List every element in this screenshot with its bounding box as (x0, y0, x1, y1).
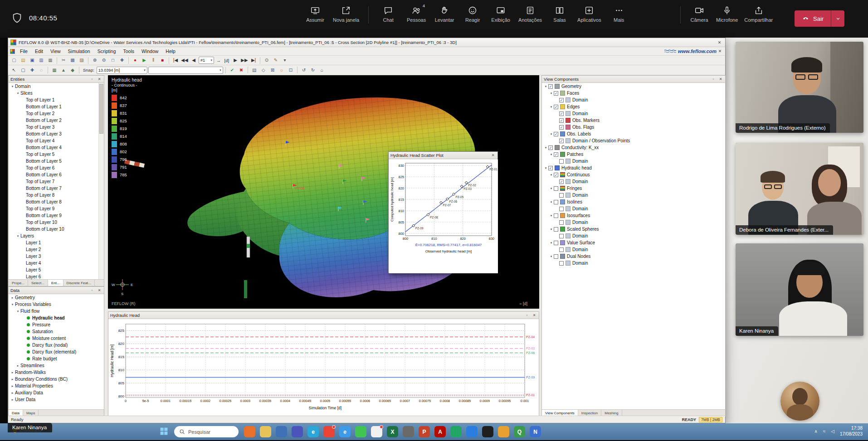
tree-item-top-of-layer-1[interactable]: Top of Layer 1 (9, 97, 104, 103)
close-icon[interactable]: ✕ (532, 313, 537, 317)
menu-view[interactable]: View (47, 48, 64, 55)
tree-item-fluid-flow[interactable]: ▾Fluid flow (9, 308, 104, 315)
time-settings-icon[interactable]: ⊙ (263, 57, 271, 64)
expander-icon[interactable]: ▾ (543, 146, 548, 150)
tree-item-bottom-of-layer-4[interactable]: Bottom of Layer 4 (9, 144, 104, 151)
step-combo[interactable]: #1▾ (199, 57, 214, 64)
clip-icon[interactable]: ⊠ (268, 66, 277, 74)
tree-item-domain[interactable]: Domain (542, 246, 725, 253)
geometry-tools-icon[interactable]: ◆ (68, 66, 77, 74)
zoom-in-icon[interactable]: ⊕ (91, 57, 99, 64)
participant-avatar[interactable] (780, 382, 819, 421)
start-button[interactable] (160, 427, 168, 437)
tab-discrete-feat[interactable]: Discrete Feat... (63, 280, 95, 286)
tree-item-hydraulic-head[interactable]: ▾✓Hydraulic head (542, 165, 725, 171)
tree-item-value-surface[interactable]: ▾Value Surface (542, 239, 725, 246)
tree-item-pressure[interactable]: Pressure (9, 321, 104, 328)
visibility-checkbox[interactable] (554, 241, 558, 245)
window-close-button[interactable]: ✕ (716, 39, 723, 46)
visibility-checkbox[interactable]: ✓ (554, 132, 558, 136)
visibility-checkbox[interactable] (554, 254, 558, 259)
obs-icon[interactable] (482, 426, 493, 437)
visibility-checkbox[interactable]: ✓ (559, 125, 564, 130)
dropdown-caret-icon[interactable]: ▾ (281, 57, 289, 64)
toolbar-close-button[interactable]: ✕ (717, 48, 723, 54)
slice-plane-icon[interactable]: ▤ (250, 66, 258, 74)
expander-icon[interactable]: ▾ (549, 228, 554, 231)
participant-video-1[interactable]: Rodrigo de Lima Rodrigues (Externo) (736, 42, 863, 133)
tree-item-continuous[interactable]: ▾✓Continuous (542, 171, 725, 178)
tree-item-layer-6[interactable]: Layer 6 (9, 273, 104, 279)
tree-item-geometry[interactable]: ▾✓Geometry (542, 83, 725, 90)
teams-react-button[interactable]: Reagir (462, 5, 483, 23)
light-icon[interactable]: ☼ (278, 66, 286, 74)
entities-scrollbar[interactable] (98, 83, 104, 279)
visibility-checkbox[interactable]: ✓ (554, 173, 558, 177)
snap-distance-combo[interactable]: 13.0394 [m]▾ (97, 67, 147, 74)
tree-item-scaled-spheres[interactable]: ▾Scaled Spheres (542, 226, 725, 233)
rotate-left-icon[interactable]: ↺ (300, 66, 308, 74)
new-file-icon[interactable]: ▢ (10, 57, 18, 64)
next-step-icon[interactable]: ▶ (231, 57, 239, 64)
tree-item-moisture-content[interactable]: Moisture content (9, 335, 104, 342)
pan-icon[interactable]: ✚ (118, 57, 126, 64)
network-icon[interactable]: ≈ (823, 429, 826, 434)
rewind-icon[interactable]: ◀◀ (180, 57, 189, 64)
tree-item-top-of-layer-5[interactable]: Top of Layer 5 (9, 151, 104, 158)
visibility-checkbox[interactable] (554, 213, 558, 218)
tree-item-bottom-of-layer-6[interactable]: Bottom of Layer 6 (9, 171, 104, 178)
forward-icon[interactable]: ▶▶ (240, 57, 249, 64)
excel-icon[interactable]: X (387, 426, 398, 437)
zoom-out-icon[interactable]: ⊖ (100, 57, 108, 64)
cube-view-icon[interactable]: ◇ (259, 66, 268, 74)
move-icon[interactable]: ✚ (28, 66, 36, 74)
visibility-checkbox[interactable]: ✓ (554, 152, 558, 157)
visibility-checkbox[interactable] (554, 200, 558, 204)
tab-select[interactable]: Select... (28, 280, 48, 286)
expander-icon[interactable]: ▾ (549, 255, 554, 258)
participant-video-2[interactable]: Debora de Oliveira Fernandes (Exter... (736, 143, 863, 235)
tree-item-rate-budget[interactable]: Rate budget (9, 355, 104, 362)
close-icon[interactable]: ✕ (490, 153, 496, 157)
tree-item-layer-5[interactable]: Layer 5 (9, 267, 104, 273)
first-step-icon[interactable]: |◀ (171, 57, 180, 64)
tree-item-boundary-conditions-bc[interactable]: ▸Boundary Conditions (BC) (9, 376, 104, 383)
tab-meshing[interactable]: Meshing (601, 410, 622, 416)
tree-item-top-of-layer-4[interactable]: Top of Layer 4 (9, 137, 104, 144)
visibility-checkbox[interactable]: ✓ (554, 105, 558, 109)
visibility-checkbox[interactable]: ✓ (548, 84, 553, 89)
visibility-checkbox[interactable] (554, 227, 558, 232)
tree-item-bottom-of-layer-10[interactable]: Bottom of Layer 10 (9, 226, 104, 233)
save-all-icon[interactable]: ▥ (37, 57, 45, 64)
visibility-checkbox[interactable]: ✓ (548, 166, 553, 170)
select-rect-icon[interactable]: ▢ (19, 66, 27, 74)
zoom-fit-icon[interactable]: □ (109, 57, 117, 64)
tree-item-top-of-layer-9[interactable]: Top of Layer 9 (9, 205, 104, 212)
expander-icon[interactable]: ▾ (549, 200, 554, 204)
float-icon[interactable]: ▫ (524, 313, 530, 317)
visibility-checkbox[interactable]: ✓ (559, 118, 564, 123)
expander-icon[interactable]: ▾ (549, 105, 554, 109)
data-panel-header[interactable]: Data ▫ ✕ (9, 287, 104, 294)
tree-item-dual-nodes[interactable]: ▾Dual Nodes (542, 253, 725, 260)
save-icon[interactable]: ▣ (28, 57, 36, 64)
chrome-icon[interactable] (323, 426, 335, 437)
leave-options-button[interactable] (831, 10, 844, 27)
tree-item-layer-1[interactable]: Layer 1 (9, 239, 104, 246)
tree-item-obs-markers[interactable]: ✓Obs. Markers (542, 117, 725, 124)
tree-item-domain[interactable]: ✓Domain (542, 110, 725, 117)
expander-icon[interactable]: ▾ (543, 166, 548, 170)
stop-simulation-icon[interactable]: ■ (158, 57, 166, 64)
sheets-icon[interactable] (450, 426, 462, 437)
tree-item-process-variables[interactable]: ▾Process Variables (9, 301, 104, 308)
teams-share-button[interactable]: Compartilhar (744, 5, 773, 23)
pause-simulation-icon[interactable]: ‖ (149, 57, 157, 64)
cancel-icon[interactable]: ✖ (237, 66, 245, 74)
expander-icon[interactable]: ▾ (549, 214, 554, 218)
expander-icon[interactable]: ▾ (15, 310, 20, 313)
teams-annotation-button[interactable]: Anotações (518, 5, 542, 23)
menu-window[interactable]: Window (138, 48, 162, 55)
home-view-icon[interactable]: ⌂ (318, 66, 326, 74)
expander-icon[interactable]: ▸ (10, 398, 15, 402)
ie-icon[interactable]: e (339, 426, 351, 437)
